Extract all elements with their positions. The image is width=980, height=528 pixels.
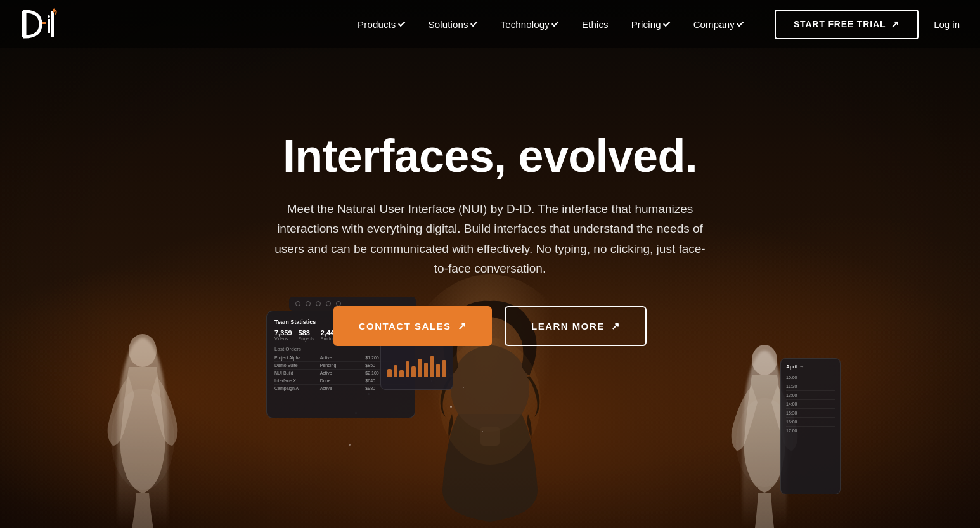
- mini-card-rows: 10:0011:3013:0014:0015:3016:0017:00: [786, 373, 835, 435]
- figure-left: [89, 312, 197, 528]
- svg-rect-2: [48, 15, 50, 18]
- start-free-trial-button[interactable]: START FREE TRIAL ↗: [775, 10, 919, 39]
- hero-buttons: CONTACT SALES ↗ LEARN MORE ↗: [333, 306, 647, 346]
- list-item: 13:00: [786, 391, 835, 400]
- mini-card: April → 10:0011:3013:0014:0015:3016:0017…: [780, 358, 841, 494]
- nav-item-solutions[interactable]: Solutions: [418, 14, 488, 35]
- svg-rect-4: [51, 11, 54, 37]
- nav-item-products[interactable]: Products: [347, 14, 415, 35]
- bar-segment: [418, 359, 422, 377]
- svg-rect-1: [42, 22, 46, 24]
- learn-more-button[interactable]: LEARN MORE ↗: [505, 306, 647, 346]
- list-item: 11:30: [786, 382, 835, 391]
- bar-segment: [411, 366, 416, 377]
- svg-point-7: [752, 345, 777, 375]
- arrow-icon: ↗: [458, 320, 467, 332]
- arrow-icon: ↗: [891, 18, 899, 30]
- bar-segment: [406, 361, 410, 377]
- bar-segment: [436, 364, 441, 377]
- chevron-down-icon: [737, 20, 744, 27]
- stat-projects: 583 Projects: [299, 329, 314, 341]
- toolbar-icon: [295, 301, 300, 306]
- nav-item-ethics[interactable]: Ethics: [572, 14, 619, 35]
- nav-links: Products Solutions Technology Ethics Pri…: [347, 14, 754, 35]
- mini-card-title: April →: [786, 364, 835, 370]
- svg-point-6: [111, 389, 174, 490]
- bar-segment: [424, 363, 429, 377]
- bar-segment: [430, 356, 434, 377]
- chevron-down-icon: [397, 20, 404, 27]
- toolbar-icon: [316, 301, 321, 306]
- bar-segment: [394, 365, 398, 377]
- svg-point-5: [129, 334, 157, 367]
- bar-segment: [442, 360, 446, 377]
- svg-rect-3: [48, 19, 50, 33]
- toolbar-icon: [336, 301, 341, 306]
- svg-point-11: [439, 338, 541, 465]
- chevron-down-icon: [551, 20, 558, 27]
- nav-item-pricing[interactable]: Pricing: [621, 14, 681, 35]
- navbar: Products Solutions Technology Ethics Pri…: [0, 0, 980, 48]
- login-link[interactable]: Log in: [934, 19, 960, 30]
- sparkle-particle: [463, 387, 464, 388]
- list-item: 14:00: [786, 400, 835, 409]
- stat-videos: 7,359 Videos: [274, 329, 292, 341]
- sparkle-particle: [482, 431, 483, 432]
- arrow-icon: ↗: [611, 320, 621, 332]
- list-item: 15:30: [786, 409, 835, 418]
- sparkle-particle: [349, 444, 351, 446]
- toolbar-icon: [306, 301, 311, 306]
- list-item: 16:00: [786, 418, 835, 427]
- list-item: 10:00: [786, 373, 835, 382]
- nav-item-company[interactable]: Company: [683, 14, 754, 35]
- toolbar-icon: [326, 301, 331, 306]
- revenue-bars: [387, 351, 446, 377]
- bar-segment: [387, 369, 392, 377]
- nav-item-technology[interactable]: Technology: [491, 14, 569, 35]
- list-item: 17:00: [786, 427, 835, 435]
- bar-segment: [399, 370, 404, 377]
- chevron-down-icon: [470, 20, 477, 27]
- sparkle-particle: [450, 406, 452, 408]
- logo[interactable]: [20, 8, 58, 41]
- chevron-down-icon: [663, 20, 670, 27]
- contact-sales-button[interactable]: CONTACT SALES ↗: [333, 306, 492, 346]
